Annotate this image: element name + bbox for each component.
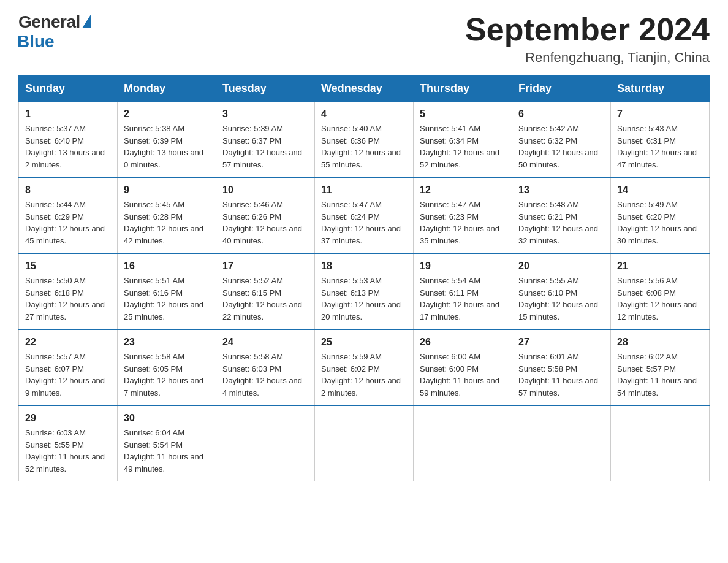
day-info: Sunrise: 5:59 AMSunset: 6:02 PMDaylight:… (321, 351, 407, 399)
day-info: Sunrise: 5:38 AMSunset: 6:39 PMDaylight:… (124, 123, 210, 170)
calendar-cell: 1Sunrise: 5:37 AMSunset: 6:40 PMDaylight… (19, 102, 118, 178)
day-number: 23 (124, 335, 210, 350)
calendar-cell (315, 405, 414, 481)
logo-triangle-icon (82, 15, 91, 28)
day-number: 18 (321, 259, 407, 274)
day-info: Sunrise: 5:58 AMSunset: 6:05 PMDaylight:… (124, 351, 210, 399)
calendar-cell: 18Sunrise: 5:53 AMSunset: 6:13 PMDayligh… (315, 253, 414, 329)
logo-general-text: General (18, 12, 80, 32)
day-info: Sunrise: 6:02 AMSunset: 5:57 PMDaylight:… (617, 351, 703, 399)
day-info: Sunrise: 5:43 AMSunset: 6:31 PMDaylight:… (617, 123, 703, 170)
day-info: Sunrise: 5:44 AMSunset: 6:29 PMDaylight:… (25, 199, 111, 247)
day-info: Sunrise: 5:39 AMSunset: 6:37 PMDaylight:… (222, 123, 308, 170)
calendar-cell: 20Sunrise: 5:55 AMSunset: 6:10 PMDayligh… (512, 253, 611, 329)
day-info: Sunrise: 5:37 AMSunset: 6:40 PMDaylight:… (25, 123, 111, 170)
day-number: 21 (617, 259, 703, 274)
day-number: 26 (420, 335, 506, 350)
day-info: Sunrise: 5:45 AMSunset: 6:28 PMDaylight:… (124, 199, 210, 247)
calendar-cell: 13Sunrise: 5:48 AMSunset: 6:21 PMDayligh… (512, 177, 611, 253)
logo: General Blue (18, 12, 91, 52)
calendar-cell: 5Sunrise: 5:41 AMSunset: 6:34 PMDaylight… (414, 102, 512, 178)
day-info: Sunrise: 6:01 AMSunset: 5:58 PMDaylight:… (518, 351, 604, 399)
calendar-week-4: 22Sunrise: 5:57 AMSunset: 6:07 PMDayligh… (19, 329, 710, 405)
day-number: 13 (518, 183, 604, 197)
day-number: 29 (25, 411, 111, 426)
page-header: General Blue September 2024 Renfengzhuan… (18, 12, 710, 66)
day-number: 5 (420, 107, 506, 121)
calendar-cell: 28Sunrise: 6:02 AMSunset: 5:57 PMDayligh… (611, 329, 710, 405)
header-cell-sunday: Sunday (19, 76, 118, 102)
calendar-cell: 4Sunrise: 5:40 AMSunset: 6:36 PMDaylight… (315, 102, 414, 178)
calendar-cell: 30Sunrise: 6:04 AMSunset: 5:54 PMDayligh… (118, 405, 216, 481)
day-number: 22 (25, 335, 111, 350)
calendar-cell (414, 405, 512, 481)
calendar-week-5: 29Sunrise: 6:03 AMSunset: 5:55 PMDayligh… (19, 405, 710, 481)
calendar-week-2: 8Sunrise: 5:44 AMSunset: 6:29 PMDaylight… (19, 177, 710, 253)
day-info: Sunrise: 5:52 AMSunset: 6:15 PMDaylight:… (222, 275, 308, 323)
day-info: Sunrise: 5:51 AMSunset: 6:16 PMDaylight:… (124, 275, 210, 323)
day-number: 10 (222, 183, 308, 197)
calendar-cell: 9Sunrise: 5:45 AMSunset: 6:28 PMDaylight… (118, 177, 216, 253)
calendar-cell: 14Sunrise: 5:49 AMSunset: 6:20 PMDayligh… (611, 177, 710, 253)
calendar-cell: 10Sunrise: 5:46 AMSunset: 6:26 PMDayligh… (216, 177, 315, 253)
calendar-cell: 3Sunrise: 5:39 AMSunset: 6:37 PMDaylight… (216, 102, 315, 178)
day-info: Sunrise: 5:42 AMSunset: 6:32 PMDaylight:… (518, 123, 604, 170)
day-info: Sunrise: 5:41 AMSunset: 6:34 PMDaylight:… (420, 123, 506, 170)
logo-blue-text: Blue (17, 32, 55, 52)
day-info: Sunrise: 5:50 AMSunset: 6:18 PMDaylight:… (25, 275, 111, 323)
calendar-cell: 6Sunrise: 5:42 AMSunset: 6:32 PMDaylight… (512, 102, 611, 178)
calendar-cell: 12Sunrise: 5:47 AMSunset: 6:23 PMDayligh… (414, 177, 512, 253)
day-number: 27 (518, 335, 604, 350)
calendar-cell: 11Sunrise: 5:47 AMSunset: 6:24 PMDayligh… (315, 177, 414, 253)
header-cell-wednesday: Wednesday (315, 76, 414, 102)
day-number: 24 (222, 335, 308, 350)
day-info: Sunrise: 5:54 AMSunset: 6:11 PMDaylight:… (420, 275, 506, 323)
calendar-cell: 24Sunrise: 5:58 AMSunset: 6:03 PMDayligh… (216, 329, 315, 405)
header-cell-monday: Monday (118, 76, 216, 102)
day-number: 30 (124, 411, 210, 426)
calendar-cell: 15Sunrise: 5:50 AMSunset: 6:18 PMDayligh… (19, 253, 118, 329)
calendar-title: September 2024 (465, 12, 710, 47)
day-info: Sunrise: 5:40 AMSunset: 6:36 PMDaylight:… (321, 123, 407, 170)
day-info: Sunrise: 5:56 AMSunset: 6:08 PMDaylight:… (617, 275, 703, 323)
calendar-table: SundayMondayTuesdayWednesdayThursdayFrid… (18, 75, 710, 481)
calendar-cell: 7Sunrise: 5:43 AMSunset: 6:31 PMDaylight… (611, 102, 710, 178)
calendar-cell: 2Sunrise: 5:38 AMSunset: 6:39 PMDaylight… (118, 102, 216, 178)
day-info: Sunrise: 5:55 AMSunset: 6:10 PMDaylight:… (518, 275, 604, 323)
day-number: 17 (222, 259, 308, 274)
calendar-cell: 21Sunrise: 5:56 AMSunset: 6:08 PMDayligh… (611, 253, 710, 329)
header-cell-thursday: Thursday (414, 76, 512, 102)
day-info: Sunrise: 5:58 AMSunset: 6:03 PMDaylight:… (222, 351, 308, 399)
day-number: 4 (321, 107, 407, 121)
day-info: Sunrise: 6:04 AMSunset: 5:54 PMDaylight:… (124, 427, 210, 475)
day-number: 14 (617, 183, 703, 197)
day-number: 15 (25, 259, 111, 274)
calendar-cell (512, 405, 611, 481)
calendar-week-3: 15Sunrise: 5:50 AMSunset: 6:18 PMDayligh… (19, 253, 710, 329)
day-info: Sunrise: 5:48 AMSunset: 6:21 PMDaylight:… (518, 199, 604, 247)
day-number: 1 (25, 107, 111, 121)
calendar-subtitle: Renfengzhuang, Tianjin, China (465, 50, 710, 66)
day-number: 8 (25, 183, 111, 197)
day-info: Sunrise: 5:57 AMSunset: 6:07 PMDaylight:… (25, 351, 111, 399)
calendar-cell: 25Sunrise: 5:59 AMSunset: 6:02 PMDayligh… (315, 329, 414, 405)
day-info: Sunrise: 5:53 AMSunset: 6:13 PMDaylight:… (321, 275, 407, 323)
calendar-cell: 19Sunrise: 5:54 AMSunset: 6:11 PMDayligh… (414, 253, 512, 329)
title-section: September 2024 Renfengzhuang, Tianjin, C… (465, 12, 710, 66)
calendar-cell: 22Sunrise: 5:57 AMSunset: 6:07 PMDayligh… (19, 329, 118, 405)
day-info: Sunrise: 5:47 AMSunset: 6:24 PMDaylight:… (321, 199, 407, 247)
calendar-cell: 29Sunrise: 6:03 AMSunset: 5:55 PMDayligh… (19, 405, 118, 481)
day-number: 9 (124, 183, 210, 197)
day-number: 7 (617, 107, 703, 121)
calendar-cell (611, 405, 710, 481)
day-number: 25 (321, 335, 407, 350)
day-number: 3 (222, 107, 308, 121)
calendar-cell: 23Sunrise: 5:58 AMSunset: 6:05 PMDayligh… (118, 329, 216, 405)
calendar-cell: 8Sunrise: 5:44 AMSunset: 6:29 PMDaylight… (19, 177, 118, 253)
header-cell-saturday: Saturday (611, 76, 710, 102)
day-number: 2 (124, 107, 210, 121)
day-info: Sunrise: 6:03 AMSunset: 5:55 PMDaylight:… (25, 427, 111, 475)
day-number: 12 (420, 183, 506, 197)
day-info: Sunrise: 6:00 AMSunset: 6:00 PMDaylight:… (420, 351, 506, 399)
calendar-cell: 16Sunrise: 5:51 AMSunset: 6:16 PMDayligh… (118, 253, 216, 329)
